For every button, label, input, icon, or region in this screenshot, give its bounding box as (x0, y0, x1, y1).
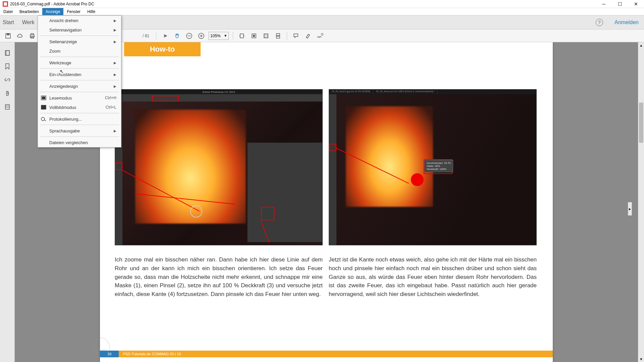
submenu-arrow-icon: ▶ (114, 40, 116, 44)
submenu-arrow-icon: ▶ (114, 73, 116, 76)
screenshot-right: 04_09_feuer2.jpg bei 33,3% (RGB/8)04_09_… (329, 89, 537, 245)
tab-start[interactable]: Start (3, 19, 14, 25)
submenu-arrow-icon: ▶ (114, 19, 116, 22)
submenu-arrow-icon: ▶ (114, 129, 116, 133)
menu-item-seitenanzeige[interactable]: Seitenanzeige▶ (38, 37, 121, 46)
svg-rect-14 (276, 34, 280, 36)
menu-item-ansicht-drehen[interactable]: Ansicht drehen▶ (38, 16, 121, 25)
text-column-right: Jetzt ist die Kante noch etwas weich, al… (329, 255, 537, 299)
fit-width-icon[interactable] (237, 31, 247, 41)
anzeige-dropdown: Ansicht drehen▶Seitennavigation▶Seitenan… (38, 15, 121, 147)
cloud-icon[interactable] (15, 31, 25, 41)
svg-point-26 (41, 117, 45, 121)
full-icon (41, 105, 47, 110)
zoom-in-icon[interactable] (197, 31, 206, 41)
menu-fenster[interactable]: Fenster (63, 8, 84, 15)
svg-rect-23 (42, 97, 45, 99)
minimize-button[interactable]: ─ (598, 1, 609, 7)
menu-anzeige[interactable]: Anzeige (42, 8, 63, 15)
menu-shortcut: Ctrl+L (106, 105, 116, 110)
menu-item-label: Protokollierung... (49, 117, 82, 122)
menu-item-ein-ausblenden[interactable]: Ein-/Ausblenden▶ (38, 70, 121, 79)
svg-rect-10 (240, 34, 244, 38)
signature-icon[interactable] (315, 31, 325, 41)
menu-item-werkzeuge[interactable]: Werkzeuge▶ (38, 58, 121, 67)
submenu-arrow-icon: ▶ (114, 61, 116, 65)
hand-tool-icon[interactable] (172, 31, 182, 41)
svg-rect-25 (41, 105, 46, 109)
right-pane-toggle[interactable]: ► (628, 202, 632, 216)
help-icon[interactable]: ? (596, 19, 603, 26)
menu-item-label: Ein-/Ausblenden (49, 72, 81, 77)
page-footer: 18 PSD-Tutorials.de COMMAG 03 | 16 (100, 351, 553, 357)
menu-hilfe[interactable]: Hilfe (84, 8, 99, 15)
menu-item-anzeigedesign[interactable]: Anzeigedesign▶ (38, 81, 121, 91)
read-icon (41, 95, 47, 101)
vertical-scrollbar[interactable]: ▲ ▼ (638, 42, 644, 362)
footer-bar: PSD-Tutorials.de COMMAG 03 | 16 (119, 351, 553, 357)
menu-item-label: Werkzeuge (49, 60, 71, 65)
menu-item-label: Seitennavigation (49, 27, 82, 33)
scrollbar-thumb[interactable] (639, 103, 643, 143)
menu-item-dateien-vergleichen[interactable]: Dateien vergleichen (38, 138, 121, 147)
svg-rect-1 (7, 34, 9, 35)
svg-rect-13 (264, 34, 268, 38)
zoom-select[interactable]: 105%▼ (209, 32, 229, 40)
menu-item-protokollierung-[interactable]: Protokollierung... (38, 114, 121, 124)
menu-item-label: Anzeigedesign (49, 84, 78, 89)
svg-rect-18 (5, 51, 9, 55)
login-link[interactable]: Anmelden (614, 19, 639, 25)
tab-tools[interactable]: Werk (22, 19, 35, 25)
app-icon (3, 1, 8, 7)
menu-item-seitennavigation[interactable]: Seitennavigation▶ (38, 25, 121, 35)
howto-header: How-to (124, 42, 201, 56)
layers-icon[interactable] (3, 103, 11, 111)
save-icon[interactable] (3, 31, 13, 41)
attachments-icon[interactable] (3, 89, 11, 97)
window-title: 2016-03_Commag.pdf - Adobe Acrobat Pro D… (10, 2, 94, 6)
menu-item-zoom[interactable]: Zoom (38, 46, 121, 56)
link-icon[interactable] (3, 76, 11, 84)
submenu-arrow-icon: ▶ (114, 84, 116, 88)
thumbnails-icon[interactable] (3, 49, 11, 57)
fit-visible-icon[interactable] (261, 31, 271, 41)
zoom-out-icon[interactable] (184, 31, 194, 41)
menu-item-label: Ansicht drehen (49, 18, 78, 23)
photoshop-title: Adobe Photoshop CC 2014 (115, 89, 322, 94)
fit-page-icon[interactable] (249, 31, 259, 41)
text-column-left: Ich zoome mal ein bisschen näher ran. Da… (115, 255, 323, 299)
selection-tool-icon[interactable]: ➤ (160, 31, 170, 41)
menu-item-label: Dateien vergleichen (49, 140, 88, 145)
menu-item-label: Vollbildmodus (49, 105, 76, 110)
menu-item-label: Seitenanzeige (49, 39, 77, 44)
menu-item-lesemodus[interactable]: LesemodusCtrl+H (38, 93, 121, 103)
pdf-page: How-to Adobe Photoshop CC 2014 (100, 42, 553, 362)
menu-item-label: Sprachausgabe (49, 128, 80, 133)
page-count: 81 (145, 34, 149, 38)
maximize-button[interactable]: ☐ (614, 1, 625, 7)
menubar: Datei Bearbeiten Anzeige Fenster Hilfe (0, 8, 644, 15)
menu-item-label: Lesemodus (49, 96, 72, 101)
comment-icon[interactable] (291, 31, 301, 41)
print-icon[interactable] (28, 31, 37, 41)
svg-rect-3 (31, 34, 34, 35)
menu-bearbeiten[interactable]: Bearbeiten (16, 8, 42, 15)
menu-datei[interactable]: Datei (0, 8, 16, 15)
close-button[interactable]: ✕ (631, 1, 641, 7)
svg-rect-19 (5, 105, 9, 109)
highlight-icon[interactable] (303, 31, 313, 41)
svg-rect-17 (5, 51, 9, 55)
scroll-mode-icon[interactable] (273, 31, 283, 41)
svg-rect-16 (321, 34, 323, 35)
menu-item-sprachausgabe[interactable]: Sprachausgabe▶ (38, 126, 121, 135)
submenu-arrow-icon: ▶ (114, 28, 116, 32)
menu-item-label: Zoom (49, 49, 60, 54)
menu-shortcut: Ctrl+H (105, 96, 116, 100)
navigation-pane: ◄ (0, 42, 15, 362)
svg-rect-12 (253, 35, 255, 37)
menu-item-vollbildmodus[interactable]: VollbildmodusCtrl+L (38, 103, 121, 112)
svg-rect-15 (276, 36, 280, 38)
watermark-icon (88, 332, 115, 356)
tracker-icon (41, 116, 47, 122)
bookmarks-icon[interactable] (3, 62, 11, 70)
